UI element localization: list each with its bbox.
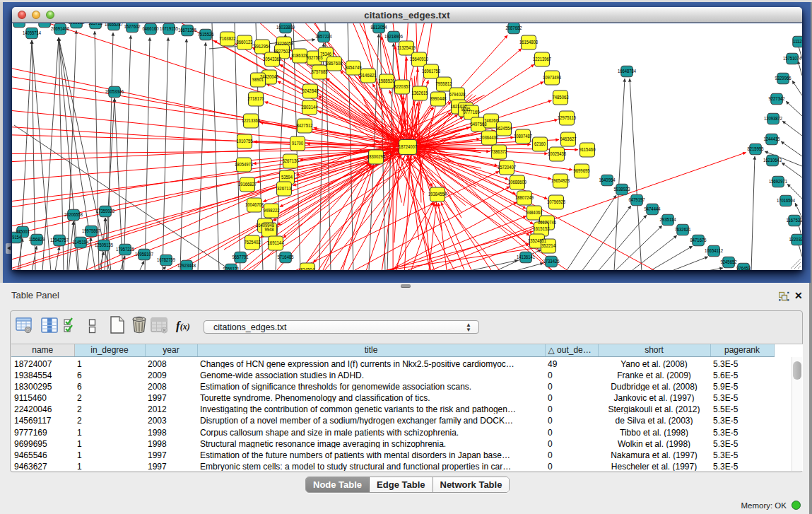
svg-text:20206558: 20206558 [64, 212, 83, 217]
svg-text:1588520: 1588520 [379, 78, 395, 83]
svg-text:11121: 11121 [793, 39, 802, 44]
svg-text:1362615: 1362615 [412, 90, 428, 95]
svg-text:12505135: 12505135 [95, 243, 113, 247]
svg-text:10688609: 10688609 [508, 180, 526, 185]
svg-text:2087682: 2087682 [506, 25, 522, 30]
svg-text:1167533: 1167533 [787, 218, 803, 223]
svg-text:1145194: 1145194 [73, 240, 89, 245]
svg-text:824504: 824504 [300, 267, 314, 270]
svg-text:8813054: 8813054 [371, 25, 387, 30]
svg-text:9498222: 9498222 [264, 208, 280, 213]
svg-text:9827503: 9827503 [274, 49, 290, 54]
svg-text:10958107: 10958107 [135, 252, 153, 257]
svg-text:12213363: 12213363 [242, 118, 260, 123]
svg-text:8220357: 8220357 [394, 84, 411, 89]
svg-text:10719155: 10719155 [160, 26, 178, 31]
svg-text:8454749: 8454749 [346, 65, 362, 70]
svg-text:2867608: 2867608 [326, 61, 343, 66]
svg-text:19654923: 19654923 [551, 178, 570, 183]
svg-text:352214: 352214 [541, 243, 555, 248]
svg-text:16210643: 16210643 [763, 158, 782, 163]
svg-text:335001: 335001 [16, 229, 30, 234]
svg-text:14055714: 14055714 [23, 30, 41, 35]
svg-text:9245652: 9245652 [721, 259, 737, 264]
svg-text:7625402: 7625402 [245, 240, 261, 245]
svg-text:1691144: 1691144 [268, 240, 284, 245]
svg-text:9463627: 9463627 [560, 136, 577, 141]
svg-text:10543362: 10543362 [263, 57, 281, 62]
svg-text:10807487: 10807487 [514, 134, 532, 139]
svg-text:10655287: 10655287 [105, 23, 123, 27]
svg-text:12975115: 12975115 [558, 115, 576, 120]
svg-text:963718: 963718 [88, 23, 102, 25]
svg-text:7515526: 7515526 [198, 32, 214, 37]
svg-text:9474444: 9474444 [645, 206, 661, 211]
svg-text:9242848: 9242848 [302, 88, 319, 93]
svg-text:15640910: 15640910 [410, 57, 428, 62]
svg-text:9115460: 9115460 [579, 147, 596, 152]
svg-text:2803144: 2803144 [302, 105, 318, 110]
svg-text:18724007: 18724007 [399, 144, 417, 149]
svg-text:53594: 53594 [281, 175, 293, 180]
svg-text:10654112: 10654112 [705, 248, 723, 253]
svg-text:1615152: 1615152 [534, 226, 550, 231]
svg-text:10756928: 10756928 [547, 199, 565, 204]
svg-text:326713: 326713 [277, 186, 291, 191]
svg-text:976453: 976453 [736, 266, 751, 270]
svg-text:746266: 746266 [484, 118, 498, 123]
svg-text:16120746: 16120746 [538, 220, 556, 225]
svg-text:18807249: 18807249 [515, 195, 534, 200]
svg-text:6466160: 6466160 [143, 26, 159, 31]
svg-text:9384067: 9384067 [526, 210, 543, 215]
svg-text:2718170: 2718170 [248, 96, 264, 101]
svg-text:7485063: 7485063 [553, 95, 569, 100]
svg-text:20691406: 20691406 [51, 26, 69, 31]
svg-text:17359928: 17359928 [96, 209, 114, 214]
svg-text:18054973: 18054973 [235, 162, 253, 167]
svg-text:209914: 209914 [37, 23, 52, 24]
svg-text:19384554: 19384554 [428, 192, 447, 197]
svg-text:15720407: 15720407 [498, 165, 516, 170]
svg-text:91700: 91700 [292, 141, 303, 146]
svg-text:12213967: 12213967 [533, 57, 551, 62]
svg-text:20364436: 20364436 [480, 135, 498, 140]
svg-text:19975867: 19975867 [82, 228, 100, 233]
svg-text:16648784: 16648784 [618, 69, 636, 74]
svg-text:16961758: 16961758 [422, 69, 440, 74]
svg-text:7386372: 7386372 [491, 149, 507, 154]
svg-text:2935114: 2935114 [660, 217, 676, 222]
svg-text:7163822: 7163822 [220, 36, 236, 41]
svg-text:7955812: 7955812 [436, 81, 452, 86]
svg-text:8660123: 8660123 [237, 40, 253, 45]
svg-text:62160: 62160 [534, 141, 546, 146]
svg-text:8215955: 8215955 [748, 146, 764, 151]
svg-text:17957225: 17957225 [116, 247, 134, 252]
svg-text:16033809: 16033809 [276, 25, 295, 30]
svg-text:20893: 20893 [13, 23, 25, 24]
svg-text:1156829: 1156829 [29, 237, 45, 242]
svg-text:11325419: 11325419 [397, 45, 416, 50]
svg-text:39154: 39154 [12, 235, 21, 240]
svg-text:1010755: 1010755 [237, 139, 253, 144]
svg-text:9699695: 9699695 [574, 168, 590, 173]
svg-text:9356121: 9356121 [223, 267, 240, 270]
svg-text:16671355: 16671355 [178, 28, 196, 33]
svg-text:6794028: 6794028 [449, 92, 466, 97]
svg-text:9146821: 9146821 [360, 73, 377, 78]
svg-text:16154808: 16154808 [519, 40, 538, 45]
svg-text:15692971: 15692971 [769, 179, 787, 184]
svg-text:9948: 9948 [265, 227, 274, 232]
svg-text:9227342: 9227342 [769, 96, 785, 101]
svg-text:9329966: 9329966 [775, 76, 792, 81]
svg-text:8757685: 8757685 [312, 69, 328, 74]
svg-text:5938923: 5938923 [614, 187, 630, 192]
svg-text:5716485: 5716485 [278, 255, 294, 259]
svg-text:1640954: 1640954 [599, 177, 616, 182]
svg-text:18300295: 18300295 [367, 154, 385, 159]
svg-text:8186328: 8186328 [292, 53, 308, 58]
svg-text:3267130: 3267130 [283, 158, 299, 163]
svg-text:19166827: 19166827 [238, 182, 257, 187]
svg-text:17016504: 17016504 [777, 198, 795, 203]
svg-text:9777169: 9777169 [464, 110, 480, 115]
svg-text:8427512: 8427512 [297, 123, 313, 128]
